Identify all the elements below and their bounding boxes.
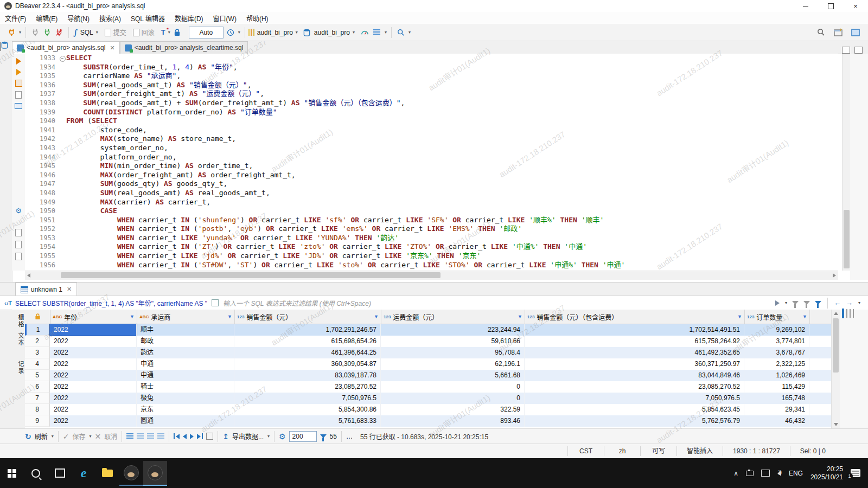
menu-item[interactable]: 导航(N): [62, 12, 94, 24]
table-cell[interactable]: 2022: [50, 393, 137, 404]
menu-item[interactable]: 窗口(W): [208, 12, 241, 24]
result-settings-gear-icon[interactable]: ⚙: [279, 432, 286, 441]
table-row[interactable]: 82022京东5,854,300.86322.595,854,623.4529,…: [25, 404, 831, 415]
minimize-button[interactable]: [793, 0, 818, 12]
table-cell[interactable]: 615,698,654.26: [234, 336, 381, 347]
sql-editor-label[interactable]: SQL: [80, 29, 93, 36]
scroll-left-icon[interactable]: [27, 273, 30, 278]
table-cell[interactable]: 461,492,352.65: [525, 347, 744, 358]
row-number[interactable]: 4: [25, 358, 50, 370]
table-cell[interactable]: 223,244.94: [381, 324, 525, 336]
table-row[interactable]: 42022申通360,309,054.8762,196.1360,371,250…: [25, 358, 831, 370]
dbeaver-taskbar-button-2[interactable]: [143, 461, 167, 486]
save-button[interactable]: 保存: [73, 432, 86, 441]
code-line[interactable]: 1944 platform_order_no,: [25, 153, 838, 162]
row-number[interactable]: 1: [25, 324, 50, 336]
prev-page-button[interactable]: [183, 434, 187, 439]
task-view-button[interactable]: [48, 461, 72, 486]
export-from-query-icon[interactable]: [15, 103, 22, 109]
table-cell[interactable]: 韵达: [137, 347, 234, 358]
table-cell[interactable]: 7,050,976.5: [234, 393, 381, 404]
toolbar-search-icon[interactable]: [396, 28, 406, 37]
table-cell[interactable]: 京东: [137, 404, 234, 415]
code-line[interactable]: 1935 carrierName AS "承运商",: [25, 72, 838, 81]
code-line[interactable]: 1936 SUM(real_goods_amt_t) AS "销售金额（元）",: [25, 81, 838, 90]
explain-plan-icon[interactable]: [15, 80, 22, 87]
tab-close-icon[interactable]: ✕: [110, 44, 114, 52]
last-page-button[interactable]: [197, 433, 203, 439]
custom-filter-icon[interactable]: [815, 301, 821, 305]
table-cell[interactable]: 461,396,644.25: [234, 347, 381, 358]
volume-tray-icon[interactable]: [777, 471, 781, 476]
row-number[interactable]: 7: [25, 393, 50, 404]
row-number[interactable]: 3: [25, 347, 50, 358]
column-header-6[interactable]: 123订单数量▼: [745, 310, 810, 324]
fold-marker[interactable]: −: [59, 54, 66, 63]
sql-editor[interactable]: 1933−SELECT1934 SUBSTR(order_time_t, 1, …: [25, 54, 838, 271]
table-cell[interactable]: 骑士: [137, 381, 234, 393]
history-clock-icon[interactable]: [226, 28, 235, 37]
table-cell[interactable]: 顺丰: [137, 324, 234, 336]
code-line[interactable]: 1942 MAX(store_name) AS store_name_t,: [25, 134, 838, 144]
code-line[interactable]: 1956 WHEN carrier_t IN ('ST#DW', 'ST') O…: [25, 261, 838, 270]
menu-item[interactable]: 帮助(H): [241, 12, 273, 24]
editor-vertical-scrollbar[interactable]: [842, 54, 851, 271]
table-cell[interactable]: 申通: [137, 358, 234, 370]
menu-item[interactable]: 数据库(D): [170, 12, 208, 24]
add-row-icon[interactable]: [126, 433, 133, 439]
menu-item[interactable]: SQL 编辑器: [126, 12, 170, 24]
metadata-panel-icon[interactable]: [846, 309, 847, 318]
usb-tray-icon[interactable]: [746, 471, 754, 476]
disconnect-icon[interactable]: [54, 28, 64, 37]
code-line[interactable]: 1945 MIN(min_order_time) AS order_time_t…: [25, 162, 838, 171]
table-cell[interactable]: 2022: [50, 324, 137, 336]
history-caret-icon[interactable]: ▾: [238, 30, 240, 35]
quick-search-icon[interactable]: [816, 28, 826, 37]
edit-filter-icon[interactable]: [803, 301, 810, 305]
display-tray-icon[interactable]: [761, 470, 770, 477]
row-count-funnel-icon[interactable]: [320, 434, 327, 438]
table-cell[interactable]: 83,039,187.78: [234, 370, 381, 381]
code-line[interactable]: 1949 MAX(carrier) AS carrier_t,: [25, 198, 838, 207]
table-cell[interactable]: 615,758,264.92: [525, 336, 744, 347]
rollback-button[interactable]: 回滚: [142, 28, 155, 37]
table-cell[interactable]: 2022: [50, 415, 137, 427]
log-panel-icon[interactable]: [15, 241, 22, 248]
table-row[interactable]: 32022韵达461,396,644.2595,708.4461,492,352…: [25, 347, 831, 358]
sql-editor-caret-icon[interactable]: ▾: [96, 30, 98, 35]
table-cell[interactable]: 0: [381, 381, 525, 393]
table-cell[interactable]: 59,610.66: [381, 336, 525, 347]
table-row[interactable]: 62022骑士23,085,270.52023,085,270.52115,42…: [25, 381, 831, 393]
table-cell[interactable]: 893.46: [381, 415, 525, 427]
editor-tab-analysis[interactable]: <audit_bi_pro> analysis.sql ✕: [12, 41, 120, 54]
grid-vertical-scrollbar[interactable]: [831, 310, 840, 428]
column-filter-caret-icon[interactable]: ▼: [130, 314, 135, 319]
commit-mode-caret-icon[interactable]: ▾: [385, 30, 387, 35]
row-number[interactable]: 2: [25, 336, 50, 347]
code-line[interactable]: 1947 SUM(goods_qty) AS goods_qty_t,: [25, 179, 838, 189]
table-cell[interactable]: 5,761,683.33: [234, 415, 381, 427]
action-center-button[interactable]: 1: [851, 469, 860, 477]
editor-horizontal-scrollbar[interactable]: [25, 271, 838, 280]
lock-icon[interactable]: [173, 28, 182, 37]
table-cell[interactable]: 7,050,976.5: [525, 393, 744, 404]
table-cell[interactable]: 115,429: [744, 381, 809, 393]
perspective-dbeaver-icon[interactable]: [851, 28, 860, 37]
editor-hscroll-thumb[interactable]: [61, 272, 441, 278]
commit-button[interactable]: 提交: [113, 28, 126, 37]
column-filter-caret-icon[interactable]: ▼: [374, 314, 379, 319]
transaction-mode-select[interactable]: Auto: [189, 27, 224, 38]
taskbar-search-button[interactable]: [24, 461, 48, 486]
table-cell[interactable]: 1,702,291,246.57: [234, 324, 381, 336]
references-panel-icon[interactable]: [850, 309, 851, 318]
grid-corner-cell[interactable]: [25, 310, 50, 324]
nav-forward-icon[interactable]: →: [846, 299, 853, 307]
results-tab-close-icon[interactable]: ✕: [67, 286, 72, 293]
table-cell[interactable]: 2022: [50, 404, 137, 415]
table-cell[interactable]: 圆通: [137, 415, 234, 427]
filter-query-text[interactable]: SELECT SUBSTR(order_time_t, 1, 4) AS "年份…: [15, 298, 207, 307]
tray-expand-icon[interactable]: ∧: [733, 470, 738, 477]
code-line[interactable]: 1937 SUM(order_freight_amt_t) AS "运费金额（元…: [25, 89, 838, 99]
row-number[interactable]: 5: [25, 370, 50, 381]
connect-icon[interactable]: [30, 28, 40, 37]
